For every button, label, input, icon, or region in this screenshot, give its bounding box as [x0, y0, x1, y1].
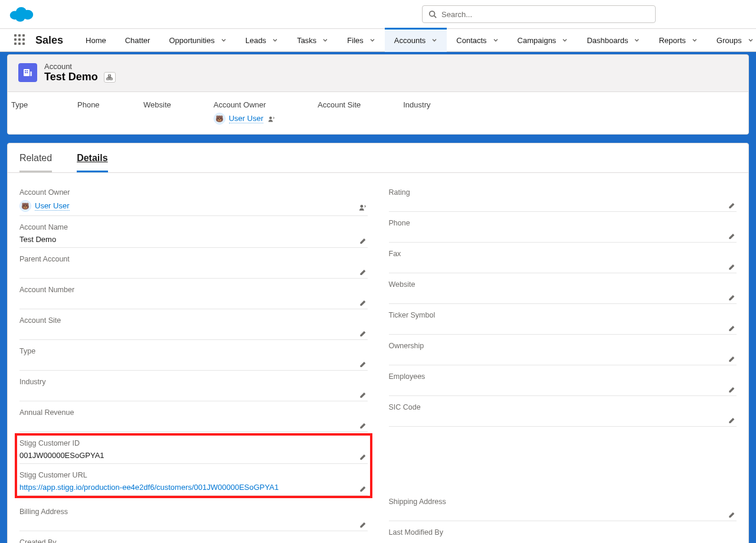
- edit-icon[interactable]: [728, 385, 735, 394]
- field-account-name: Account Name Test Demo: [19, 221, 368, 248]
- nav-item-files[interactable]: Files: [338, 28, 384, 52]
- owner-link[interactable]: User User: [229, 114, 264, 123]
- nav-item-home[interactable]: Home: [76, 28, 116, 52]
- details-left-column: Account Owner 🐻 User User Account Name T…: [19, 186, 368, 543]
- edit-icon[interactable]: [728, 323, 735, 332]
- chevron-down-icon[interactable]: [634, 37, 640, 43]
- chevron-down-icon[interactable]: [221, 37, 227, 43]
- svg-rect-7: [30, 71, 32, 76]
- svg-rect-13: [107, 78, 109, 80]
- nav-item-leads[interactable]: Leads: [236, 28, 287, 52]
- edit-icon[interactable]: [359, 520, 366, 529]
- hf-type: Type: [11, 100, 35, 125]
- field-stigg-customer-id: Stigg Customer ID 001JW00000ESoGPYA1: [19, 437, 368, 464]
- hierarchy-icon: [106, 74, 113, 80]
- edit-icon[interactable]: [728, 262, 735, 271]
- field-employees: Employees: [389, 370, 737, 396]
- svg-line-5: [434, 16, 437, 18]
- edit-icon[interactable]: [728, 354, 735, 363]
- edit-icon[interactable]: [728, 201, 735, 210]
- svg-rect-12: [109, 74, 111, 76]
- edit-icon[interactable]: [728, 416, 735, 424]
- svg-rect-10: [25, 72, 26, 73]
- edit-icon[interactable]: [359, 484, 366, 493]
- chevron-down-icon[interactable]: [692, 37, 698, 43]
- edit-icon[interactable]: [359, 390, 366, 399]
- svg-point-15: [270, 117, 273, 120]
- chevron-down-icon[interactable]: [369, 37, 375, 43]
- svg-point-3: [15, 13, 25, 22]
- chevron-down-icon[interactable]: [322, 37, 328, 43]
- app-name: Sales: [35, 34, 63, 47]
- nav-item-label: Opportunities: [169, 36, 214, 45]
- nav-item-tasks[interactable]: Tasks: [287, 28, 338, 52]
- hf-site: Account Site: [318, 100, 361, 125]
- field-last-modified-by: Last Modified By: [389, 526, 737, 539]
- nav-item-label: Campaigns: [518, 36, 557, 45]
- detail-card: Related Details Account Owner 🐻 User Use…: [7, 143, 749, 543]
- hf-industry: Industry: [403, 100, 430, 125]
- edit-icon[interactable]: [359, 329, 366, 338]
- field-created-by: Created By: [19, 536, 368, 543]
- nav-item-reports[interactable]: Reports: [649, 28, 707, 52]
- edit-icon[interactable]: [359, 359, 366, 368]
- global-header: [0, 0, 756, 28]
- change-owner-icon[interactable]: [268, 115, 275, 123]
- svg-rect-8: [25, 70, 26, 71]
- hf-owner: Account Owner 🐻 User User: [214, 100, 276, 125]
- field-fax: Fax: [389, 247, 737, 273]
- record-header: Account Test Demo Type Phone Website Acc…: [7, 54, 749, 135]
- nav-item-campaigns[interactable]: Campaigns: [508, 28, 578, 52]
- field-parent-account: Parent Account: [19, 253, 368, 279]
- nav-item-contacts[interactable]: Contacts: [447, 28, 508, 52]
- nav-item-label: Groups: [716, 36, 742, 45]
- nav-item-chatter[interactable]: Chatter: [116, 28, 160, 52]
- owner-link[interactable]: User User: [35, 201, 70, 211]
- field-rating: Rating: [389, 186, 737, 212]
- edit-icon[interactable]: [359, 236, 366, 245]
- global-search[interactable]: [422, 5, 656, 23]
- search-input[interactable]: [441, 10, 649, 19]
- tab-details[interactable]: Details: [77, 153, 107, 172]
- field-ownership: Ownership: [389, 339, 737, 365]
- hierarchy-button[interactable]: [104, 72, 116, 83]
- salesforce-logo: [8, 5, 34, 23]
- field-billing-address: Billing Address: [19, 505, 368, 531]
- edit-icon[interactable]: [359, 267, 366, 276]
- field-account-owner: Account Owner 🐻 User User: [19, 186, 368, 216]
- nav-item-label: Home: [86, 36, 106, 45]
- nav-item-label: Contacts: [456, 36, 486, 45]
- nav-item-groups[interactable]: Groups: [707, 28, 756, 52]
- field-account-site: Account Site: [19, 314, 368, 340]
- owner-avatar: 🐻: [214, 113, 225, 125]
- edit-icon[interactable]: [359, 298, 366, 307]
- chevron-down-icon[interactable]: [272, 37, 278, 43]
- svg-rect-9: [27, 70, 28, 71]
- chevron-down-icon[interactable]: [748, 37, 754, 43]
- nav-item-dashboards[interactable]: Dashboards: [577, 28, 649, 52]
- change-owner-icon[interactable]: [359, 202, 366, 211]
- nav-item-label: Dashboards: [587, 36, 628, 45]
- field-phone: Phone: [389, 217, 737, 243]
- chevron-down-icon[interactable]: [493, 37, 499, 43]
- edit-icon[interactable]: [728, 293, 735, 302]
- stigg-url-link[interactable]: https://app.stigg.io/production-ee4e2df6…: [19, 483, 279, 492]
- stigg-highlight: Stigg Customer ID 001JW00000ESoGPYA1 Sti…: [15, 433, 372, 498]
- hf-website: Website: [143, 100, 171, 125]
- app-launcher-icon[interactable]: [14, 34, 25, 46]
- nav-item-accounts[interactable]: Accounts: [385, 28, 447, 52]
- svg-point-16: [360, 205, 363, 208]
- edit-icon[interactable]: [359, 452, 366, 461]
- chevron-down-icon[interactable]: [431, 37, 437, 43]
- edit-icon[interactable]: [728, 231, 735, 240]
- nav-item-label: Tasks: [297, 36, 316, 45]
- edit-icon[interactable]: [728, 510, 735, 519]
- nav-item-opportunities[interactable]: Opportunities: [159, 28, 235, 52]
- tab-related[interactable]: Related: [19, 153, 52, 172]
- nav-item-label: Reports: [659, 36, 686, 45]
- field-account-number: Account Number: [19, 283, 368, 309]
- edit-icon[interactable]: [359, 421, 366, 430]
- account-icon: [18, 63, 37, 82]
- chevron-down-icon[interactable]: [562, 37, 568, 43]
- record-tabs: Related Details: [8, 143, 748, 173]
